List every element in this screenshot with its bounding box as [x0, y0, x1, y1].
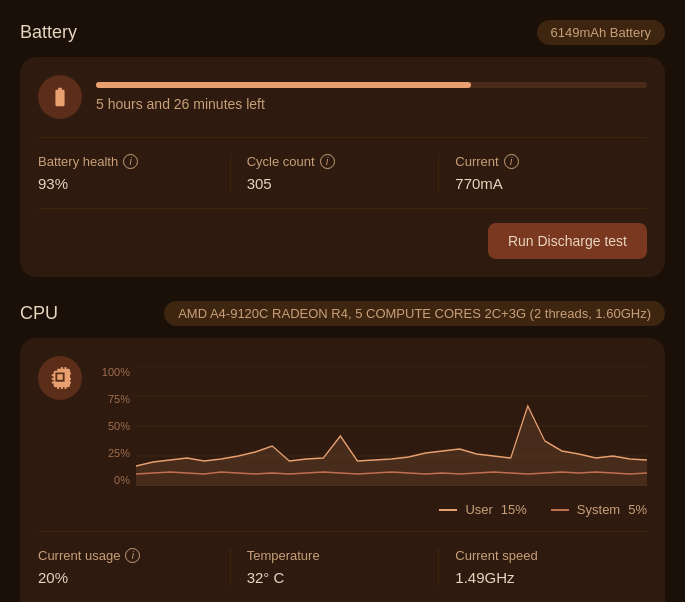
battery-bar-track: [96, 82, 647, 88]
run-discharge-button[interactable]: Run Discharge test: [488, 223, 647, 259]
battery-health-label: Battery health i: [38, 154, 214, 169]
battery-health-value: 93%: [38, 175, 214, 192]
cpu-badge: AMD A4-9120C RADEON R4, 5 COMPUTE CORES …: [164, 301, 665, 326]
y-label-75: 75%: [96, 393, 136, 405]
current-info-icon[interactable]: i: [504, 154, 519, 169]
cpu-temp-value: 32° C: [247, 569, 423, 586]
battery-time-left: 5 hours and 26 minutes left: [96, 96, 647, 112]
current-label: Current i: [455, 154, 631, 169]
cpu-usage-label: Current usage i: [38, 548, 214, 563]
cycle-count-label: Cycle count i: [247, 154, 423, 169]
battery-title: Battery: [20, 22, 77, 43]
battery-top-row: 5 hours and 26 minutes left: [38, 75, 647, 119]
legend-user-value: 15%: [501, 502, 527, 517]
cpu-stats-row: Current usage i 20% Temperature 32° C Cu…: [38, 531, 647, 586]
user-cpu-fill: [136, 406, 647, 486]
cpu-icon-circle: [38, 356, 82, 400]
battery-health-info-icon[interactable]: i: [123, 154, 138, 169]
cpu-usage-info-icon[interactable]: i: [125, 548, 140, 563]
legend-system-dash: [551, 509, 569, 511]
cpu-chart-svg: [136, 366, 647, 486]
cpu-usage-stat: Current usage i 20%: [38, 548, 231, 586]
cpu-chart-container: 100% 75% 50% 25% 0%: [96, 356, 647, 531]
current-stat: Current i 770mA: [439, 154, 647, 192]
cpu-chart-area: 100% 75% 50% 25% 0%: [96, 366, 647, 486]
cpu-temp-label: Temperature: [247, 548, 423, 563]
battery-badge: 6149mAh Battery: [537, 20, 665, 45]
battery-icon: [49, 86, 71, 108]
legend-system-value: 5%: [628, 502, 647, 517]
cpu-speed-label: Current speed: [455, 548, 631, 563]
legend-user: User 15%: [439, 502, 526, 517]
y-label-25: 25%: [96, 447, 136, 459]
battery-health-stat: Battery health i 93%: [38, 154, 231, 192]
battery-bar-fill: [96, 82, 471, 88]
cycle-count-info-icon[interactable]: i: [320, 154, 335, 169]
chart-y-labels: 100% 75% 50% 25% 0%: [96, 366, 136, 486]
battery-icon-circle: [38, 75, 82, 119]
legend-system: System 5%: [551, 502, 647, 517]
cpu-icon: [49, 367, 71, 389]
y-label-50: 50%: [96, 420, 136, 432]
cpu-section-header: CPU AMD A4-9120C RADEON R4, 5 COMPUTE CO…: [20, 301, 665, 326]
battery-section-header: Battery 6149mAh Battery: [20, 20, 665, 45]
cpu-legend-row: User 15% System 5%: [96, 502, 647, 517]
cpu-speed-value: 1.49GHz: [455, 569, 631, 586]
cpu-card: 100% 75% 50% 25% 0%: [20, 338, 665, 602]
cycle-count-stat: Cycle count i 305: [231, 154, 440, 192]
cycle-count-value: 305: [247, 175, 423, 192]
cpu-speed-stat: Current speed 1.49GHz: [439, 548, 647, 586]
legend-user-label: User: [465, 502, 492, 517]
chart-svg-wrapper: [136, 366, 647, 486]
y-label-0: 0%: [96, 474, 136, 486]
cpu-title: CPU: [20, 303, 58, 324]
legend-user-dash: [439, 509, 457, 511]
battery-stats-row: Battery health i 93% Cycle count i 305 C…: [38, 137, 647, 192]
battery-progress-area: 5 hours and 26 minutes left: [96, 82, 647, 112]
battery-card: 5 hours and 26 minutes left Battery heal…: [20, 57, 665, 277]
legend-system-label: System: [577, 502, 620, 517]
cpu-usage-value: 20%: [38, 569, 214, 586]
current-value: 770mA: [455, 175, 631, 192]
cpu-temp-stat: Temperature 32° C: [231, 548, 440, 586]
cpu-card-top: 100% 75% 50% 25% 0%: [38, 356, 647, 531]
y-label-100: 100%: [96, 366, 136, 378]
battery-card-footer: Run Discharge test: [38, 208, 647, 259]
